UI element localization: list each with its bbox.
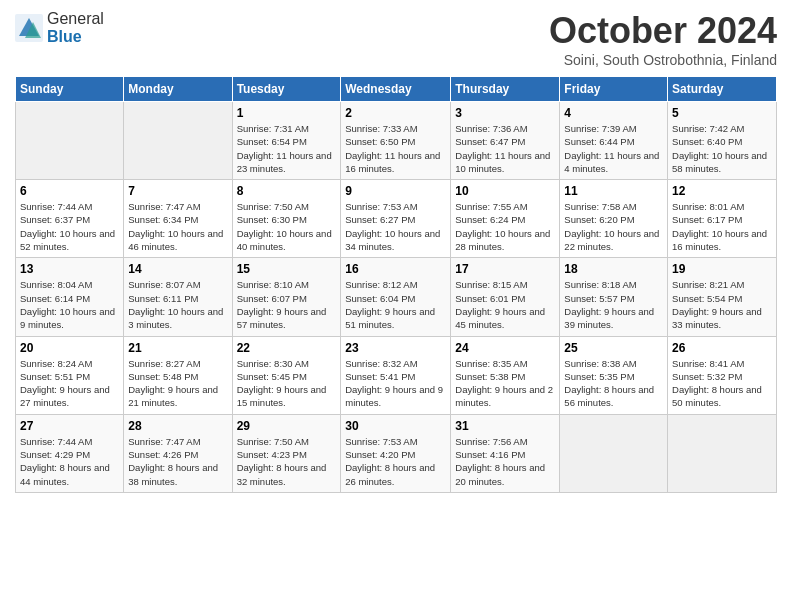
day-number: 11 bbox=[564, 184, 663, 198]
calendar-cell: 5Sunrise: 7:42 AM Sunset: 6:40 PM Daylig… bbox=[668, 102, 777, 180]
week-row-2: 6Sunrise: 7:44 AM Sunset: 6:37 PM Daylig… bbox=[16, 180, 777, 258]
cell-details: Sunrise: 8:24 AM Sunset: 5:51 PM Dayligh… bbox=[20, 357, 119, 410]
calendar-cell: 14Sunrise: 8:07 AM Sunset: 6:11 PM Dayli… bbox=[124, 258, 232, 336]
day-number: 13 bbox=[20, 262, 119, 276]
cell-details: Sunrise: 7:36 AM Sunset: 6:47 PM Dayligh… bbox=[455, 122, 555, 175]
calendar-cell: 18Sunrise: 8:18 AM Sunset: 5:57 PM Dayli… bbox=[560, 258, 668, 336]
cell-details: Sunrise: 7:31 AM Sunset: 6:54 PM Dayligh… bbox=[237, 122, 337, 175]
calendar-cell: 11Sunrise: 7:58 AM Sunset: 6:20 PM Dayli… bbox=[560, 180, 668, 258]
calendar-cell: 24Sunrise: 8:35 AM Sunset: 5:38 PM Dayli… bbox=[451, 336, 560, 414]
week-row-3: 13Sunrise: 8:04 AM Sunset: 6:14 PM Dayli… bbox=[16, 258, 777, 336]
cell-details: Sunrise: 7:55 AM Sunset: 6:24 PM Dayligh… bbox=[455, 200, 555, 253]
cell-details: Sunrise: 7:53 AM Sunset: 6:27 PM Dayligh… bbox=[345, 200, 446, 253]
cell-details: Sunrise: 8:38 AM Sunset: 5:35 PM Dayligh… bbox=[564, 357, 663, 410]
day-number: 1 bbox=[237, 106, 337, 120]
day-number: 7 bbox=[128, 184, 227, 198]
header-row: SundayMondayTuesdayWednesdayThursdayFrid… bbox=[16, 77, 777, 102]
cell-details: Sunrise: 7:42 AM Sunset: 6:40 PM Dayligh… bbox=[672, 122, 772, 175]
day-number: 8 bbox=[237, 184, 337, 198]
calendar-cell bbox=[560, 414, 668, 492]
day-number: 16 bbox=[345, 262, 446, 276]
day-header-monday: Monday bbox=[124, 77, 232, 102]
day-number: 31 bbox=[455, 419, 555, 433]
day-header-tuesday: Tuesday bbox=[232, 77, 341, 102]
day-number: 3 bbox=[455, 106, 555, 120]
day-number: 30 bbox=[345, 419, 446, 433]
calendar-cell: 17Sunrise: 8:15 AM Sunset: 6:01 PM Dayli… bbox=[451, 258, 560, 336]
logo: General Blue bbox=[15, 10, 104, 46]
cell-details: Sunrise: 7:50 AM Sunset: 4:23 PM Dayligh… bbox=[237, 435, 337, 488]
cell-details: Sunrise: 7:47 AM Sunset: 4:26 PM Dayligh… bbox=[128, 435, 227, 488]
cell-details: Sunrise: 7:50 AM Sunset: 6:30 PM Dayligh… bbox=[237, 200, 337, 253]
calendar-cell: 19Sunrise: 8:21 AM Sunset: 5:54 PM Dayli… bbox=[668, 258, 777, 336]
calendar-cell: 7Sunrise: 7:47 AM Sunset: 6:34 PM Daylig… bbox=[124, 180, 232, 258]
location: Soini, South Ostrobothnia, Finland bbox=[549, 52, 777, 68]
cell-details: Sunrise: 8:35 AM Sunset: 5:38 PM Dayligh… bbox=[455, 357, 555, 410]
cell-details: Sunrise: 8:15 AM Sunset: 6:01 PM Dayligh… bbox=[455, 278, 555, 331]
day-number: 29 bbox=[237, 419, 337, 433]
calendar-cell: 29Sunrise: 7:50 AM Sunset: 4:23 PM Dayli… bbox=[232, 414, 341, 492]
day-number: 4 bbox=[564, 106, 663, 120]
cell-details: Sunrise: 8:27 AM Sunset: 5:48 PM Dayligh… bbox=[128, 357, 227, 410]
day-number: 6 bbox=[20, 184, 119, 198]
calendar-cell: 27Sunrise: 7:44 AM Sunset: 4:29 PM Dayli… bbox=[16, 414, 124, 492]
day-number: 14 bbox=[128, 262, 227, 276]
day-number: 18 bbox=[564, 262, 663, 276]
cell-details: Sunrise: 8:04 AM Sunset: 6:14 PM Dayligh… bbox=[20, 278, 119, 331]
cell-details: Sunrise: 7:44 AM Sunset: 4:29 PM Dayligh… bbox=[20, 435, 119, 488]
day-number: 5 bbox=[672, 106, 772, 120]
cell-details: Sunrise: 7:58 AM Sunset: 6:20 PM Dayligh… bbox=[564, 200, 663, 253]
day-number: 2 bbox=[345, 106, 446, 120]
calendar-cell: 4Sunrise: 7:39 AM Sunset: 6:44 PM Daylig… bbox=[560, 102, 668, 180]
cell-details: Sunrise: 8:21 AM Sunset: 5:54 PM Dayligh… bbox=[672, 278, 772, 331]
day-number: 10 bbox=[455, 184, 555, 198]
day-header-friday: Friday bbox=[560, 77, 668, 102]
day-number: 19 bbox=[672, 262, 772, 276]
calendar-cell bbox=[124, 102, 232, 180]
day-number: 24 bbox=[455, 341, 555, 355]
week-row-4: 20Sunrise: 8:24 AM Sunset: 5:51 PM Dayli… bbox=[16, 336, 777, 414]
day-number: 20 bbox=[20, 341, 119, 355]
calendar-cell: 28Sunrise: 7:47 AM Sunset: 4:26 PM Dayli… bbox=[124, 414, 232, 492]
calendar-table: SundayMondayTuesdayWednesdayThursdayFrid… bbox=[15, 76, 777, 493]
logo-general: General bbox=[47, 10, 104, 27]
calendar-cell: 8Sunrise: 7:50 AM Sunset: 6:30 PM Daylig… bbox=[232, 180, 341, 258]
cell-details: Sunrise: 8:01 AM Sunset: 6:17 PM Dayligh… bbox=[672, 200, 772, 253]
month-title: October 2024 bbox=[549, 10, 777, 52]
day-number: 15 bbox=[237, 262, 337, 276]
calendar-cell bbox=[668, 414, 777, 492]
cell-details: Sunrise: 8:07 AM Sunset: 6:11 PM Dayligh… bbox=[128, 278, 227, 331]
page-header: General Blue October 2024 Soini, South O… bbox=[15, 10, 777, 68]
calendar-cell: 16Sunrise: 8:12 AM Sunset: 6:04 PM Dayli… bbox=[341, 258, 451, 336]
calendar-cell: 31Sunrise: 7:56 AM Sunset: 4:16 PM Dayli… bbox=[451, 414, 560, 492]
calendar-cell: 10Sunrise: 7:55 AM Sunset: 6:24 PM Dayli… bbox=[451, 180, 560, 258]
cell-details: Sunrise: 7:53 AM Sunset: 4:20 PM Dayligh… bbox=[345, 435, 446, 488]
calendar-cell: 1Sunrise: 7:31 AM Sunset: 6:54 PM Daylig… bbox=[232, 102, 341, 180]
week-row-1: 1Sunrise: 7:31 AM Sunset: 6:54 PM Daylig… bbox=[16, 102, 777, 180]
day-header-sunday: Sunday bbox=[16, 77, 124, 102]
day-number: 17 bbox=[455, 262, 555, 276]
cell-details: Sunrise: 7:47 AM Sunset: 6:34 PM Dayligh… bbox=[128, 200, 227, 253]
day-number: 12 bbox=[672, 184, 772, 198]
cell-details: Sunrise: 8:12 AM Sunset: 6:04 PM Dayligh… bbox=[345, 278, 446, 331]
calendar-cell: 22Sunrise: 8:30 AM Sunset: 5:45 PM Dayli… bbox=[232, 336, 341, 414]
day-number: 23 bbox=[345, 341, 446, 355]
calendar-cell: 15Sunrise: 8:10 AM Sunset: 6:07 PM Dayli… bbox=[232, 258, 341, 336]
day-number: 25 bbox=[564, 341, 663, 355]
day-number: 21 bbox=[128, 341, 227, 355]
cell-details: Sunrise: 8:10 AM Sunset: 6:07 PM Dayligh… bbox=[237, 278, 337, 331]
calendar-cell: 26Sunrise: 8:41 AM Sunset: 5:32 PM Dayli… bbox=[668, 336, 777, 414]
calendar-cell: 13Sunrise: 8:04 AM Sunset: 6:14 PM Dayli… bbox=[16, 258, 124, 336]
cell-details: Sunrise: 7:33 AM Sunset: 6:50 PM Dayligh… bbox=[345, 122, 446, 175]
cell-details: Sunrise: 8:41 AM Sunset: 5:32 PM Dayligh… bbox=[672, 357, 772, 410]
logo-icon bbox=[15, 14, 43, 42]
week-row-5: 27Sunrise: 7:44 AM Sunset: 4:29 PM Dayli… bbox=[16, 414, 777, 492]
calendar-cell: 30Sunrise: 7:53 AM Sunset: 4:20 PM Dayli… bbox=[341, 414, 451, 492]
logo-blue: Blue bbox=[47, 28, 82, 45]
day-header-thursday: Thursday bbox=[451, 77, 560, 102]
day-number: 26 bbox=[672, 341, 772, 355]
cell-details: Sunrise: 8:32 AM Sunset: 5:41 PM Dayligh… bbox=[345, 357, 446, 410]
day-header-wednesday: Wednesday bbox=[341, 77, 451, 102]
calendar-cell: 21Sunrise: 8:27 AM Sunset: 5:48 PM Dayli… bbox=[124, 336, 232, 414]
cell-details: Sunrise: 8:18 AM Sunset: 5:57 PM Dayligh… bbox=[564, 278, 663, 331]
